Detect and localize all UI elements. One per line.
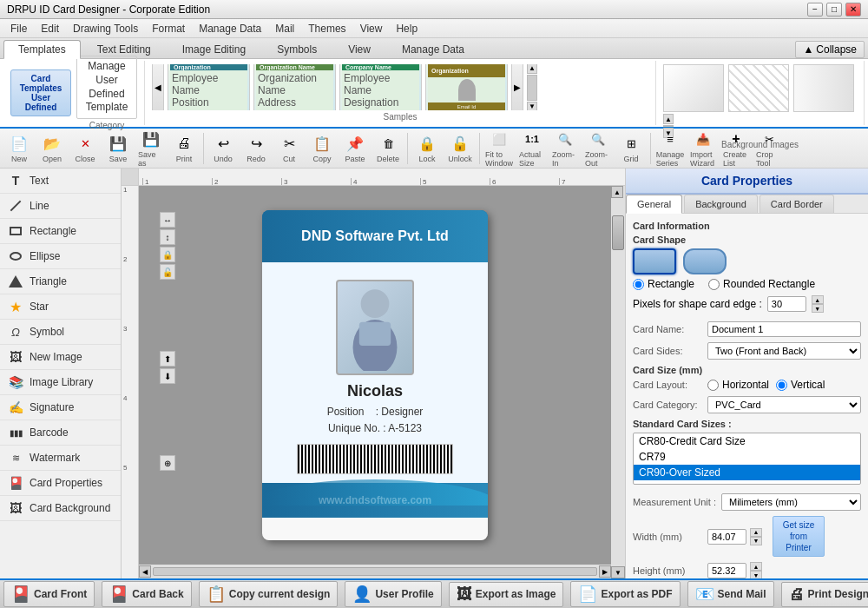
tool-text[interactable]: T Text <box>0 169 121 194</box>
scroll-v-down-arrow[interactable]: ▼ <box>611 566 625 578</box>
bg-thumb-1[interactable] <box>663 64 724 112</box>
canvas-tool-6[interactable]: ⬇ <box>160 368 175 384</box>
radio-rectangle-input[interactable] <box>633 279 644 290</box>
scroll-h-right-arrow[interactable]: ▶ <box>599 565 611 578</box>
toolbar-copy[interactable]: 📋 Copy <box>306 130 338 166</box>
sample-card-1[interactable]: Organization Employee NamePositionContac… <box>168 64 250 110</box>
sample-card-3[interactable]: Company Name Employee NameDesignation No… <box>339 64 422 110</box>
toolbar-save[interactable]: 💾 Save <box>102 130 134 166</box>
size-cr80[interactable]: CR80-Credit Card Size <box>634 433 860 449</box>
menu-file[interactable]: File <box>3 21 34 36</box>
card-category-select[interactable]: PVC_Card <box>707 396 861 413</box>
tool-watermark[interactable]: ≋ Watermark <box>0 446 121 471</box>
collapse-button[interactable]: ▲ Collapse <box>795 41 865 58</box>
shape-rounded-btn[interactable] <box>683 248 727 274</box>
menu-edit[interactable]: Edit <box>34 21 66 36</box>
tool-ellipse[interactable]: Ellipse <box>0 244 121 269</box>
bottom-print-design[interactable]: 🖨 Print Design <box>781 582 868 607</box>
bottom-card-back[interactable]: 🎴 Card Back <box>102 581 191 607</box>
toolbar-print[interactable]: 🖨 Print <box>168 130 200 166</box>
panel-tab-card-border[interactable]: Card Border <box>760 195 834 213</box>
tool-image-library[interactable]: 📚 Image Library <box>0 370 121 395</box>
canvas-tool-7[interactable]: ⊕ <box>160 455 175 471</box>
bottom-user-profile[interactable]: 👤 User Profile <box>345 581 441 607</box>
close-button[interactable]: ✕ <box>845 3 861 17</box>
card-sides-select[interactable]: Two (Front and Back) <box>707 342 861 360</box>
radio-horizontal[interactable]: Horizontal <box>707 379 769 391</box>
panel-tab-background[interactable]: Background <box>684 195 758 213</box>
width-spin-down[interactable]: ▼ <box>750 537 762 545</box>
toolbar-delete[interactable]: 🗑 Delete <box>372 130 404 166</box>
toolbar-unlock[interactable]: 🔓 Unlock <box>444 130 476 166</box>
tool-card-background[interactable]: 🖼 Card Background <box>0 496 121 521</box>
toolbar-close[interactable]: ✕ Close <box>69 130 101 166</box>
canvas-tool-5[interactable]: ⬆ <box>160 351 175 367</box>
toolbar-zoomout[interactable]: 🔍 Zoom-Out <box>582 126 614 170</box>
pixels-spin-down[interactable]: ▼ <box>812 304 824 313</box>
bottom-send-mail[interactable]: 📧 Send Mail <box>687 581 774 607</box>
height-spin-up[interactable]: ▲ <box>750 562 762 571</box>
menu-drawing-tools[interactable]: Drawing Tools <box>66 21 145 36</box>
size-cr79[interactable]: CR79 <box>634 449 860 465</box>
pixels-spin-up[interactable]: ▲ <box>812 295 824 304</box>
bg-scroll-up[interactable]: ▲ <box>663 114 674 124</box>
samples-scroll-v-down[interactable]: ▼ <box>527 102 537 111</box>
radio-rounded-input[interactable] <box>708 279 720 290</box>
toolbar-open[interactable]: 📂 Open <box>36 130 68 166</box>
canvas-scroll-vertical[interactable]: ▲ ▼ <box>611 186 625 578</box>
toolbar-createlist[interactable]: + Create List <box>720 126 752 170</box>
bg-thumb-3[interactable] <box>793 64 854 112</box>
tool-signature[interactable]: ✍ Signature <box>0 395 121 420</box>
width-input[interactable] <box>707 529 746 545</box>
bg-thumb-2[interactable] <box>728 64 789 112</box>
radio-rounded[interactable]: Rounded Rectangle <box>708 278 815 290</box>
card-templates-button[interactable]: Card Templates User Defined <box>10 69 71 116</box>
menu-help[interactable]: Help <box>389 21 424 36</box>
radio-horizontal-input[interactable] <box>707 380 719 391</box>
tool-barcode[interactable]: ▮▮▮ Barcode <box>0 420 121 446</box>
width-spin-up[interactable]: ▲ <box>750 528 762 537</box>
bottom-export-pdf[interactable]: 📄 Export as PDF <box>570 581 680 607</box>
scroll-h-thumb[interactable] <box>153 567 597 576</box>
minimize-button[interactable]: − <box>807 3 823 17</box>
menu-themes[interactable]: Themes <box>301 21 352 36</box>
tab-view[interactable]: View <box>333 40 385 58</box>
radio-rectangle[interactable]: Rectangle <box>633 278 694 290</box>
canvas-tool-1[interactable]: ↔ <box>160 212 175 228</box>
radio-vertical-input[interactable] <box>776 380 787 391</box>
standard-sizes-list[interactable]: CR80-Credit Card Size CR79 CR90-Over Siz… <box>633 433 861 485</box>
toolbar-paste[interactable]: 📌 Paste <box>339 130 371 166</box>
tab-image-editing[interactable]: Image Editing <box>168 40 260 58</box>
radio-vertical[interactable]: Vertical <box>776 379 825 391</box>
height-spin-down[interactable]: ▼ <box>750 571 762 578</box>
scroll-v-thumb[interactable] <box>612 215 624 250</box>
tool-symbol[interactable]: Ω Symbol <box>0 320 121 345</box>
toolbar-lock[interactable]: 🔒 Lock <box>411 130 443 166</box>
tool-triangle[interactable]: Triangle <box>0 269 121 294</box>
samples-scroll-down[interactable]: ▶ <box>511 64 523 110</box>
size-cr90[interactable]: CR90-Over Sized <box>634 465 860 480</box>
samples-scroll-v-up[interactable]: ▲ <box>527 64 537 74</box>
card-name-input[interactable] <box>707 321 861 337</box>
samples-scroll-up[interactable]: ◀ <box>152 64 164 110</box>
tool-star[interactable]: ★ Star <box>0 294 121 320</box>
toolbar-undo[interactable]: ↩ Undo <box>207 130 239 166</box>
measurement-select[interactable]: Milimeters (mm) <box>721 493 861 511</box>
toolbar-fitwindow[interactable]: ⬜ Fit to Window <box>483 126 515 170</box>
sample-card-4[interactable]: Organization Email Id <box>425 64 508 110</box>
bottom-export-image[interactable]: 🖼 Export as Image <box>449 582 564 607</box>
toolbar-grid[interactable]: ⊞ Grid <box>615 130 647 166</box>
height-input[interactable] <box>707 563 746 578</box>
panel-tab-general[interactable]: General <box>626 195 682 214</box>
canvas-tool-4[interactable]: 🔓 <box>160 264 175 280</box>
tool-card-properties[interactable]: 🎴 Card Properties <box>0 471 121 496</box>
bottom-card-front[interactable]: 🎴 Card Front <box>3 581 95 607</box>
tab-templates[interactable]: Templates <box>3 40 81 59</box>
sample-card-2[interactable]: Organization Name Organization NameAddre… <box>253 64 336 110</box>
toolbar-actualsize[interactable]: 1:1 Actual Size <box>516 126 548 170</box>
canvas-tool-3[interactable]: 🔒 <box>160 247 175 262</box>
toolbar-redo[interactable]: ↪ Redo <box>240 130 272 166</box>
scroll-v-up-arrow[interactable]: ▲ <box>611 186 623 198</box>
tool-new-image[interactable]: 🖼 New Image <box>0 345 121 370</box>
toolbar-zoomin[interactable]: 🔍 Zoom-In <box>549 126 581 170</box>
